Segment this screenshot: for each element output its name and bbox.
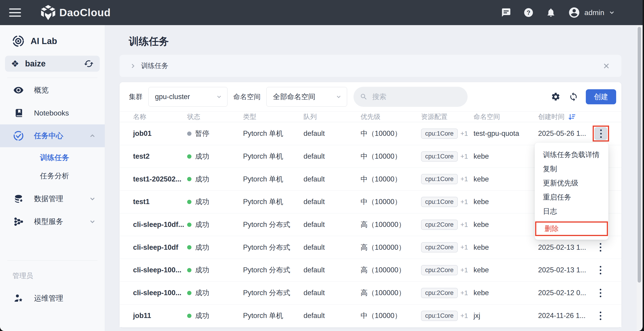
user-menu[interactable]: admin — [568, 6, 615, 19]
delete-annotation-box: 删除 — [535, 222, 608, 236]
job-priority: 中（10000） — [360, 311, 421, 320]
chevron-down-icon — [216, 94, 222, 100]
job-name[interactable]: test1-202502... — [133, 175, 187, 183]
row-menu-kebab-icon[interactable] — [594, 241, 607, 254]
resource-extra-count[interactable]: +1 — [460, 244, 468, 251]
resource-chip: cpu:1Core — [421, 311, 458, 321]
table-row: cli-sleep-100...成功Pytorch 分布式default高（10… — [120, 259, 622, 282]
breadcrumb-item[interactable]: 训练任务 — [141, 61, 168, 70]
job-namespace: kebe — [474, 266, 538, 274]
job-name[interactable]: cli-sleep-10df — [133, 243, 187, 252]
job-type: Pytorch 分布式 — [243, 243, 304, 252]
main-content: 训练任务 训练任务 集群 gpu-cluster 命名空间 全部命名空间 — [105, 25, 622, 331]
job-name[interactable]: cli-sleep-10df... — [133, 220, 187, 229]
menu-item[interactable]: 重启任务 — [535, 190, 608, 204]
row-menu-kebab-icon[interactable] — [594, 286, 607, 299]
status-text: 成功 — [195, 288, 209, 298]
breadcrumb: 训练任务 — [120, 55, 622, 77]
job-namespace: kebe — [474, 175, 538, 183]
sort-descending-icon[interactable] — [568, 113, 576, 121]
job-name[interactable]: test2 — [133, 152, 187, 160]
sidebar-subitem-job-analysis[interactable]: 任务分析 — [0, 167, 105, 185]
sidebar-item-label: 运维管理 — [34, 293, 96, 304]
menu-item[interactable]: 复制 — [535, 162, 608, 176]
search-input[interactable] — [372, 92, 458, 101]
create-button[interactable]: 创建 — [586, 89, 616, 104]
job-priority: 高（100000） — [360, 265, 421, 275]
page-title: 训练任务 — [129, 35, 622, 48]
resource-extra-count[interactable]: +1 — [460, 221, 468, 228]
job-queue: default — [304, 243, 360, 252]
job-created: 2025-05-26 1... — [538, 130, 592, 138]
close-icon[interactable] — [601, 61, 611, 71]
menu-item[interactable]: 更新优先级 — [535, 176, 608, 190]
row-actions — [592, 309, 622, 322]
resource-chip: cpu:2Core — [421, 265, 458, 275]
row-menu-kebab-icon[interactable] — [594, 309, 607, 322]
menu-toggle-icon[interactable] — [9, 8, 21, 17]
job-queue: default — [304, 266, 360, 274]
job-resources: cpu:2Core+1 — [421, 242, 474, 252]
namespace-select[interactable]: 全部命名空间 — [266, 87, 347, 106]
sidebar-item-label: 概览 — [34, 85, 96, 95]
job-name[interactable]: test1 — [133, 198, 187, 206]
row-actions — [592, 264, 622, 276]
row-menu-kebab-icon[interactable] — [594, 264, 607, 276]
job-status: 成功 — [187, 311, 243, 320]
cluster-select[interactable]: gpu-cluster — [148, 87, 228, 106]
username: admin — [584, 8, 604, 17]
sidebar-item-notebooks[interactable]: Notebooks — [0, 102, 105, 124]
resource-extra-count[interactable]: +1 — [460, 312, 468, 320]
notifications-bell-icon[interactable] — [546, 7, 556, 18]
brand-name: DaoCloud — [59, 6, 111, 19]
resource-extra-count[interactable]: +1 — [460, 175, 468, 183]
resource-extra-count[interactable]: +1 — [460, 130, 468, 138]
sidebar-item-label: 模型服务 — [34, 217, 89, 227]
job-resources: cpu:1Core+1 — [421, 311, 474, 321]
sidebar-item-model-service[interactable]: 模型服务 — [0, 210, 105, 233]
row-actions — [592, 286, 622, 299]
resource-chip: cpu:1Core — [421, 151, 458, 162]
workspace-selector[interactable]: ❖ baize — [5, 56, 100, 72]
menu-item-delete[interactable]: 删除 — [536, 222, 607, 235]
status-text: 成功 — [195, 197, 209, 206]
eye-icon — [12, 85, 24, 96]
job-type: Pytorch 单机 — [243, 197, 304, 206]
resource-extra-count[interactable]: +1 — [460, 289, 468, 297]
menu-item[interactable]: 日志 — [535, 204, 608, 218]
job-priority: 高（100000） — [360, 220, 421, 230]
help-icon[interactable]: ? — [523, 7, 534, 18]
menu-item[interactable]: 训练任务负载详情 — [535, 148, 608, 162]
scrollbar-thumb[interactable] — [638, 27, 641, 282]
divider — [535, 220, 608, 220]
brand[interactable]: DaoCloud — [41, 5, 111, 20]
job-resources: cpu:2Core+1 — [421, 265, 474, 275]
resource-extra-count[interactable]: +1 — [460, 153, 468, 160]
switch-workspace-icon[interactable] — [84, 59, 94, 69]
job-name[interactable]: job01 — [133, 130, 187, 138]
refresh-icon[interactable] — [568, 91, 579, 102]
table-settings-gear-icon[interactable] — [550, 91, 561, 102]
sidebar-item-task-center[interactable]: 任务中心 — [0, 124, 105, 147]
job-priority: 中（10000） — [360, 174, 421, 184]
resource-extra-count[interactable]: +1 — [460, 198, 468, 206]
row-menu-kebab-icon[interactable] — [594, 127, 607, 140]
resource-extra-count[interactable]: +1 — [460, 266, 468, 274]
sidebar-item-ops-management[interactable]: 运维管理 — [0, 287, 105, 310]
job-name[interactable]: cli-sleep-100... — [133, 266, 187, 274]
col-created: 创建时间 — [538, 112, 592, 122]
messages-icon[interactable] — [501, 7, 512, 18]
job-namespace: kebe — [474, 152, 538, 160]
job-created: 2024-11-26 1... — [538, 312, 592, 320]
page-scrollbar — [637, 25, 642, 331]
sidebar-item-overview[interactable]: 概览 — [0, 79, 105, 102]
breadcrumb-chevron-icon[interactable] — [130, 63, 136, 69]
job-queue: default — [304, 289, 360, 297]
job-resources: cpu:2Core+1 — [421, 220, 474, 230]
job-name[interactable]: job11 — [133, 312, 187, 320]
sidebar: AI Lab ❖ baize 概览 Notebooks — [0, 25, 105, 331]
sidebar-subitem-training-jobs[interactable]: 训练任务 — [0, 148, 105, 167]
status-dot-icon — [187, 245, 192, 250]
sidebar-item-data-management[interactable]: 数据管理 — [0, 188, 105, 210]
job-name[interactable]: cli-sleep-100... — [133, 289, 187, 297]
